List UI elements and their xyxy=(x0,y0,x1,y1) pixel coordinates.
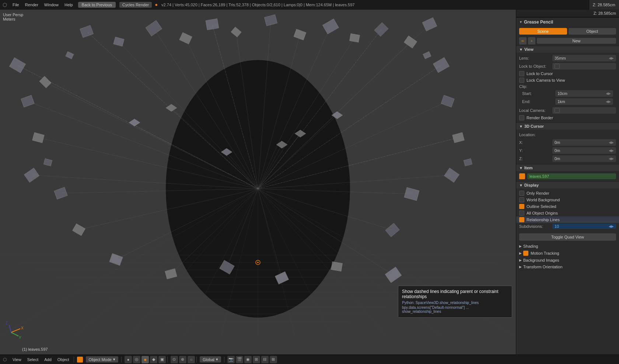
lock-cursor-checkbox[interactable] xyxy=(519,71,524,76)
solid-mode-icon[interactable]: ■ xyxy=(141,356,149,363)
relationship-lines-row[interactable]: Relationship Lines xyxy=(516,216,619,223)
render-image-icon[interactable]: 📷 xyxy=(227,356,235,363)
plus-icon-btn[interactable]: + xyxy=(528,37,535,45)
bottom-left-icon: ⬡ xyxy=(0,355,10,364)
lens-value[interactable]: 35mm ◀▶ xyxy=(552,55,616,61)
cursor-x-value[interactable]: 0m ◀▶ xyxy=(552,139,616,146)
render-border-checkbox[interactable] xyxy=(519,115,524,120)
cursor-z-value[interactable]: 0m ◀▶ xyxy=(552,155,616,162)
3d-viewport[interactable]: User Persp Meters xyxy=(0,10,516,354)
separator-5 xyxy=(224,357,224,363)
svg-point-110 xyxy=(257,262,259,263)
menu-add-bottom[interactable]: Add xyxy=(41,355,55,364)
world-bg-label: World Background xyxy=(527,198,560,202)
viewport-labels: User Persp Meters xyxy=(3,13,23,21)
start-value[interactable]: 10cm ◀▶ xyxy=(555,90,613,97)
proportional-icon[interactable]: ○ xyxy=(188,356,195,363)
manip-icon[interactable]: ⊟ xyxy=(261,356,269,363)
render-anim-icon[interactable]: 🎬 xyxy=(236,356,243,363)
item-name-value[interactable]: leaves.597 xyxy=(527,173,616,179)
end-value-text: 1km xyxy=(557,99,565,104)
lock-cursor-row[interactable]: Lock to Cursor xyxy=(516,70,619,77)
relationship-lines-label: Relationship Lines xyxy=(527,218,560,222)
point-mode-icon[interactable]: ● xyxy=(125,356,132,363)
motion-tracking-label: Motion Tracking xyxy=(531,251,559,255)
only-render-label: Only Render xyxy=(527,191,549,195)
lock-cursor-label: Lock to Cursor xyxy=(527,71,553,76)
mode-label: Object Mode xyxy=(89,357,112,362)
transform-section-header[interactable]: ▶ Transform Orientation xyxy=(516,264,619,270)
material-mode-icon[interactable]: ◆ xyxy=(150,356,157,363)
back-to-previous-button[interactable]: Back to Previous xyxy=(78,2,116,8)
all-origins-row[interactable]: All Object Origins xyxy=(516,210,619,216)
z-coordinate-display: Z: 28.585cm xyxy=(589,0,619,10)
clip-section: Clip: Start: 10cm ◀▶ End: 1km ◀▶ xyxy=(516,84,619,106)
menu-view-bottom[interactable]: View xyxy=(10,355,24,364)
item-section-header[interactable]: ▼ Item xyxy=(516,164,619,171)
item-icon xyxy=(519,173,525,179)
cursor-z-arrows: ◀▶ xyxy=(609,157,614,160)
render-engine-selector[interactable]: Cycles Render xyxy=(119,2,152,8)
end-label: End: xyxy=(522,99,555,104)
pivot-icon[interactable]: ⊙ xyxy=(171,356,178,363)
lock-object-value[interactable] xyxy=(552,63,616,70)
tab-object[interactable]: Object xyxy=(569,28,616,35)
lens-row: Lens: 35mm ◀▶ xyxy=(516,54,619,62)
view-title: View xyxy=(524,47,534,52)
world-bg-row[interactable]: World Background xyxy=(516,197,619,203)
cursor-section-header[interactable]: ▼ 3D Cursor xyxy=(516,123,619,130)
cursor-y-value[interactable]: 0m ◀▶ xyxy=(552,147,616,154)
lock-camera-checkbox[interactable] xyxy=(519,78,524,83)
item-arrow: ▼ xyxy=(519,166,523,170)
motion-tracking-section-header[interactable]: ▶ Motion Tracking xyxy=(516,250,619,257)
lock-object-icon xyxy=(555,64,560,69)
lock-camera-row[interactable]: Lock Camera to View xyxy=(516,77,619,84)
end-row: End: 1km ◀▶ xyxy=(519,98,616,106)
menu-help[interactable]: Help xyxy=(62,0,76,10)
shading-section-header[interactable]: ▶ Shading xyxy=(516,243,619,250)
svg-rect-32 xyxy=(349,33,360,42)
new-gp-button[interactable]: New xyxy=(537,38,616,44)
menu-render[interactable]: Render xyxy=(22,0,41,10)
lens-value-text: 35mm xyxy=(555,56,566,60)
outline-selected-checkbox[interactable] xyxy=(519,204,524,209)
view-section: Lens: 35mm ◀▶ Lock to Object: Lock to Cu… xyxy=(516,53,619,123)
all-origins-checkbox[interactable] xyxy=(519,211,524,216)
view-section-header[interactable]: ▼ View xyxy=(516,46,619,53)
outline-selected-row[interactable]: Outline Selected xyxy=(516,203,619,210)
local-camera-value[interactable] xyxy=(552,107,616,114)
background-images-section-header[interactable]: ▶ Background Images xyxy=(516,257,619,264)
toggle-quad-view-button[interactable]: Toggle Quad View xyxy=(519,233,616,241)
wireframe-icon[interactable]: ◎ xyxy=(133,356,140,363)
subdivisions-value[interactable]: 10 ◀▶ xyxy=(552,224,616,229)
clip-label: Clip: xyxy=(519,84,616,89)
transform-orientation-selector[interactable]: Global ▾ xyxy=(200,356,221,363)
snap-icon[interactable]: ⊕ xyxy=(179,356,186,363)
transform-icon[interactable]: ⊞ xyxy=(253,356,260,363)
object-mode-icon xyxy=(77,357,83,363)
render-border-row[interactable]: Render Border xyxy=(516,114,619,121)
menu-window[interactable]: Window xyxy=(41,0,62,10)
blender-icon: ⬡ xyxy=(0,0,10,10)
menu-file[interactable]: File xyxy=(10,0,22,10)
tab-scene[interactable]: Scene xyxy=(519,28,567,35)
global-dropdown-arrow: ▾ xyxy=(216,357,218,362)
local-camera-row: Local Camera: xyxy=(516,106,619,114)
menu-select-bottom[interactable]: Select xyxy=(24,355,42,364)
only-render-row[interactable]: Only Render xyxy=(516,190,619,197)
end-value[interactable]: 1km ◀▶ xyxy=(555,98,613,105)
world-bg-checkbox[interactable] xyxy=(519,197,524,202)
lock-camera-label: Lock Camera to View xyxy=(527,78,565,82)
pencil-icon-btn[interactable]: ✏ xyxy=(519,37,527,45)
relationship-lines-checkbox[interactable] xyxy=(519,217,524,222)
display-section-header[interactable]: ▼ Display xyxy=(516,181,619,188)
only-render-checkbox[interactable] xyxy=(519,191,524,196)
top-bar: ⬡ File Render Window Help Back to Previo… xyxy=(0,0,619,10)
menu-object-bottom[interactable]: Object xyxy=(55,355,72,364)
cursor-y-label: Y: xyxy=(519,148,552,153)
grid-icon[interactable]: ⊞ xyxy=(270,356,277,363)
render-mode-icon[interactable]: ▣ xyxy=(158,356,166,363)
cursor-title: 3D Cursor xyxy=(524,124,544,128)
mode-selector[interactable]: Object Mode ▾ xyxy=(86,356,118,363)
track-icon[interactable]: ◉ xyxy=(244,356,252,363)
